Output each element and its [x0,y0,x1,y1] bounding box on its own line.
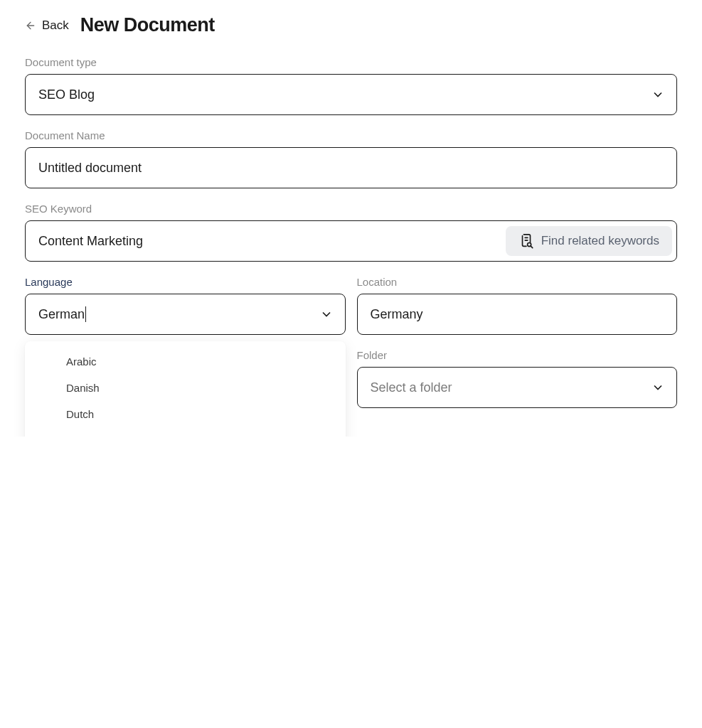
location-field-wrap [357,294,678,335]
document-name-group: Document Name [25,129,677,188]
language-option[interactable]: English [25,427,346,437]
language-col: Language German ArabicDanishDutchEnglish… [25,276,346,335]
language-dropdown: ArabicDanishDutchEnglishFinnishFrenchGer… [25,341,346,437]
chevron-down-icon [651,87,665,102]
page-title: New Document [80,14,215,36]
text-cursor [85,306,86,322]
chevron-down-icon [651,380,665,395]
language-option[interactable]: Danish [25,375,346,401]
document-name-label: Document Name [25,129,677,141]
seo-keyword-label: SEO Keyword [25,203,677,215]
language-option-label: Danish [66,382,100,394]
page-header: Back New Document [25,14,677,36]
find-keywords-label: Find related keywords [541,234,659,248]
folder-placeholder: Select a folder [371,380,452,395]
document-name-field-wrap [25,147,677,188]
folder-col: Folder Select a folder [357,349,678,408]
location-input[interactable] [371,307,664,322]
language-location-row: Language German ArabicDanishDutchEnglish… [25,276,677,335]
location-label: Location [357,276,678,288]
seo-keyword-group: SEO Keyword Find related keywords [25,203,677,262]
seo-keyword-row: Find related keywords [25,220,677,262]
svg-line-4 [531,246,532,247]
language-label: Language [25,276,346,288]
language-option-label: Arabic [66,355,97,368]
language-input-wrap: German [38,306,86,322]
folder-select[interactable]: Select a folder [357,367,678,408]
document-type-group: Document type SEO Blog [25,56,677,115]
document-type-label: Document type [25,56,677,68]
location-col: Location [357,276,678,335]
language-value: German [38,307,85,322]
document-type-select[interactable]: SEO Blog [25,74,677,115]
document-search-icon [518,233,534,249]
chevron-down-icon [319,307,334,321]
find-related-keywords-button[interactable]: Find related keywords [506,226,672,256]
back-button[interactable]: Back [25,18,69,33]
arrow-left-icon [25,20,36,31]
language-select[interactable]: German [25,294,346,335]
language-option-label: English [66,434,101,437]
folder-label: Folder [357,349,678,361]
language-option[interactable]: Arabic [25,348,346,375]
document-name-input[interactable] [38,161,664,176]
seo-keyword-input[interactable] [38,234,506,249]
document-type-value: SEO Blog [38,87,95,102]
language-option-label: Dutch [66,408,94,420]
back-label: Back [42,18,69,33]
language-option[interactable]: Dutch [25,401,346,427]
